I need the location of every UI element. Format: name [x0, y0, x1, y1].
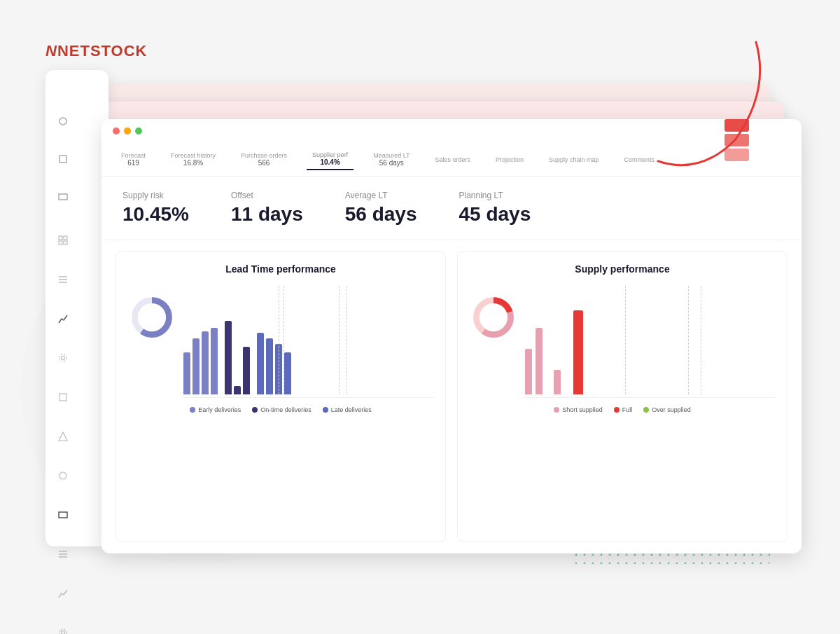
tab-supply-chain-map[interactable]: Supply chain map	[543, 153, 605, 166]
supply-bar-short-3	[554, 370, 561, 394]
stat-offset-value: 11 days	[231, 203, 303, 226]
tab-forecast-label: Forecast	[121, 152, 146, 159]
tab-measured-lt[interactable]: Measured LT 56 days	[368, 149, 415, 170]
bar-group-4	[211, 328, 218, 394]
tab-forecast-value: 619	[127, 159, 139, 167]
tab-supply-chain-map-label: Supply chain map	[549, 156, 599, 163]
legend-late: Late deliveries	[323, 406, 372, 413]
supply-bar-short-1	[525, 349, 532, 394]
lead-time-bars-area	[183, 286, 434, 398]
sidebar-box-icon[interactable]	[52, 387, 74, 408]
stat-average-lt-label: Average LT	[345, 191, 417, 200]
sidebar-bars-icon[interactable]	[52, 269, 74, 290]
stat-planning-lt-value: 45 days	[458, 203, 531, 226]
svg-point-14	[59, 472, 66, 479]
sidebar-top-icons	[52, 105, 74, 213]
supply-donut-area	[469, 286, 518, 398]
tab-projection[interactable]: Projection	[490, 153, 529, 166]
bar-group-6	[234, 386, 241, 394]
logo-letter-n: N	[46, 42, 57, 60]
legend-full-label: Full	[622, 406, 633, 413]
sidebar-chart2-icon[interactable]	[52, 583, 74, 604]
sidebar-rect-icon[interactable]	[52, 186, 74, 207]
bar-group-3	[202, 331, 209, 394]
close-dot	[113, 128, 120, 135]
bar-group-1	[183, 352, 190, 394]
supply-bar-short-2	[536, 328, 542, 394]
dashed-line-1	[279, 286, 279, 394]
tab-sales-orders-label: Sales orders	[435, 156, 470, 163]
supply-bar-full-1	[573, 310, 583, 394]
bar-group-9	[266, 338, 273, 394]
legend-full: Full	[614, 406, 633, 413]
tab-purchase-orders-value: 566	[258, 159, 270, 167]
tab-supplier-perf-label: Supplier perf	[312, 151, 348, 158]
stat-supply-risk-label: Supply risk	[122, 191, 189, 200]
supply-bars-area	[525, 286, 776, 398]
supply-bar-group-1	[525, 349, 532, 394]
svg-rect-12	[59, 394, 66, 401]
legend-short: Short supplied	[554, 406, 603, 413]
legend-early: Early deliveries	[190, 406, 241, 413]
legend-ontime-label: On-time deliveries	[260, 406, 312, 413]
main-content: Forecast 619 Forecast history 16.8% Purc…	[102, 119, 802, 553]
sidebar-grid-icon[interactable]	[52, 230, 74, 251]
stat-offset: Offset 11 days	[231, 191, 303, 226]
svg-point-20	[59, 629, 66, 634]
lead-time-chart: Lead Time performance	[115, 251, 446, 542]
bar-early-2	[192, 338, 200, 394]
stat-supply-risk: Supply risk 10.45%	[122, 191, 189, 226]
tab-supplier-perf[interactable]: Supplier perf 10.4%	[307, 149, 354, 170]
lead-time-donut-svg	[127, 293, 176, 342]
lead-time-donut-area	[127, 286, 176, 398]
supply-chart-title: Supply performance	[469, 263, 776, 275]
svg-rect-5	[59, 241, 62, 244]
maximize-dot	[135, 128, 142, 135]
minimize-dot	[124, 128, 131, 135]
charts-container: Lead Time performance	[102, 240, 802, 553]
app-logo: NNETSTOCK	[46, 42, 148, 60]
stat-average-lt-value: 56 days	[345, 203, 417, 226]
bar-late-4	[284, 352, 291, 394]
logo-text-label: NETSTOCK	[57, 42, 148, 60]
svg-point-0	[59, 118, 66, 125]
legend-early-label: Early deliveries	[198, 406, 241, 413]
sidebar-gear2-icon[interactable]	[52, 622, 74, 634]
sidebar-bars2-icon[interactable]	[52, 544, 74, 565]
supply-chart-content	[469, 286, 776, 398]
sidebar-circle2-icon[interactable]	[52, 465, 74, 486]
bar-group-2	[192, 338, 200, 394]
tab-purchase-orders-label: Purchase orders	[241, 152, 287, 159]
tab-sales-orders[interactable]: Sales orders	[429, 153, 476, 166]
tab-forecast[interactable]: Forecast 619	[115, 149, 151, 170]
bar-group-5	[225, 321, 232, 394]
svg-point-19	[62, 631, 65, 635]
sidebar-circle-icon[interactable]	[52, 111, 74, 132]
dashed-line-2	[339, 286, 340, 394]
legend-early-dot	[190, 407, 195, 413]
sidebar-rect2-icon[interactable]	[52, 504, 74, 525]
sidebar-triangle-icon[interactable]	[52, 426, 74, 447]
supply-bar-group-4	[573, 310, 583, 394]
svg-rect-3	[59, 236, 62, 240]
bar-group-8	[257, 333, 264, 394]
tab-forecast-history-value: 16.8%	[183, 159, 203, 167]
bar-early-4	[211, 328, 218, 394]
lead-time-chart-title: Lead Time performance	[127, 263, 434, 275]
bar-group-7	[243, 347, 250, 394]
bar-late-1	[257, 333, 264, 394]
sidebar-square-icon[interactable]	[52, 149, 74, 170]
bar-ontime-3	[243, 347, 250, 394]
legend-short-label: Short supplied	[562, 406, 603, 413]
svg-point-11	[59, 354, 66, 361]
sidebar-gear-icon[interactable]	[52, 347, 74, 368]
bar-early-1	[183, 352, 190, 394]
sidebar-chart-icon[interactable]	[52, 308, 74, 329]
tab-purchase-orders[interactable]: Purchase orders 566	[235, 149, 293, 170]
tab-forecast-history[interactable]: Forecast history 16.8%	[165, 149, 221, 170]
supply-donut-svg	[469, 293, 518, 342]
svg-rect-15	[59, 512, 67, 518]
legend-ontime: On-time deliveries	[252, 406, 312, 413]
svg-marker-13	[59, 432, 67, 441]
supply-bar-group-2	[536, 328, 542, 394]
